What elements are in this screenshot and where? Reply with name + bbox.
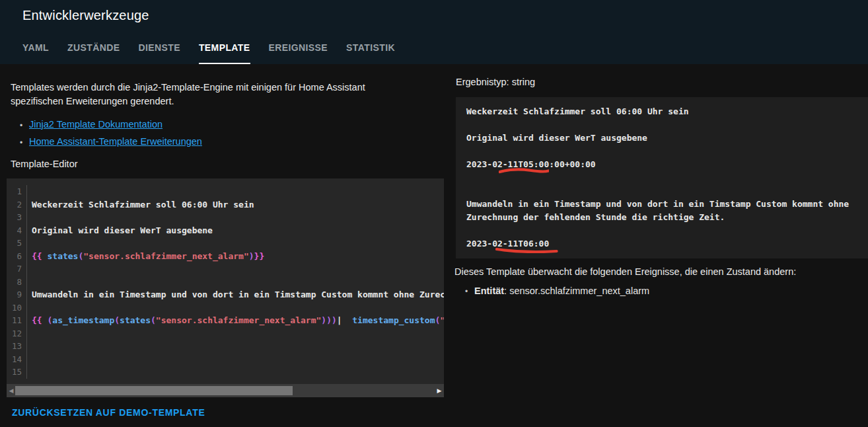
line-number: 8 [7, 276, 27, 289]
code-text [27, 353, 444, 366]
line-number: 14 [7, 353, 27, 366]
code-text [27, 185, 444, 198]
result-panel: Ergebnistyp: string Weckerzeit Schlafzim… [447, 64, 868, 418]
result-type-label: Ergebnistyp: string [456, 77, 868, 87]
red-annotation-underline [495, 247, 558, 253]
watched-events-text: Dieses Template überwacht die folgenden … [454, 266, 868, 277]
result-line: 2023-02-11T05:00:00+00:00 [466, 158, 857, 171]
line-number: 5 [7, 237, 27, 250]
code-line[interactable]: 14 [7, 353, 444, 366]
line-number: 12 [7, 327, 27, 340]
code-text: {{ (as_timestamp(states("sensor.schlafzi… [27, 314, 444, 327]
reset-demo-template-button[interactable]: ZURÜCKSETZEN AUF DEMO-TEMPLATE [12, 407, 205, 418]
code-text: {{ states("sensor.schlafzimmer_next_alar… [27, 250, 444, 263]
code-line[interactable]: 12 [7, 327, 444, 340]
main-content: Templates werden durch die Jinja2-Templa… [0, 64, 868, 418]
line-number: 15 [7, 366, 27, 379]
doc-link-item: Jinja2 Template Dokumentation [29, 118, 447, 132]
code-text [27, 366, 444, 379]
tab-dienste[interactable]: DIENSTE [138, 42, 180, 64]
line-number: 11 [7, 314, 27, 327]
code-line[interactable]: 6{{ states("sensor.schlafzimmer_next_ala… [7, 250, 444, 263]
tab-bar: YAMLZUSTÄNDEDIENSTETEMPLATEEREIGNISSESTA… [22, 42, 414, 64]
tab-ereignisse[interactable]: EREIGNISSE [269, 42, 328, 64]
line-number: 3 [7, 211, 27, 224]
template-code-editor[interactable]: 12Weckerzeit Schlafzimmer soll 06:00 Uhr… [7, 178, 444, 384]
code-text [27, 237, 444, 250]
result-blank-line [466, 145, 857, 158]
code-line[interactable]: 4Original wird dieser WerT ausgebene [7, 224, 444, 237]
template-intro-text: Templates werden durch die Jinja2-Templa… [11, 81, 417, 108]
documentation-links: Jinja2 Template DokumentationHome Assist… [29, 118, 447, 149]
watched-entity-item: Entität: sensor.schlafzimmer_next_alarm [474, 286, 868, 296]
result-line: Original wird dieser WerT ausgebene [466, 132, 857, 145]
code-line[interactable]: 11{{ (as_timestamp(states("sensor.schlaf… [7, 314, 444, 327]
tab-zustände[interactable]: ZUSTÄNDE [67, 42, 120, 64]
tab-statistik[interactable]: STATISTIK [346, 42, 395, 64]
code-line[interactable]: 15 [7, 366, 444, 379]
doc-link[interactable]: Jinja2 Template Dokumentation [29, 119, 163, 130]
entity-label: Entität [474, 286, 504, 296]
line-number: 7 [7, 262, 27, 276]
code-line[interactable]: 2Weckerzeit Schlafzimmer soll 06:00 Uhr … [7, 198, 444, 212]
watched-entities-list: Entität: sensor.schlafzimmer_next_alarm [474, 286, 868, 296]
line-number: 13 [7, 340, 27, 353]
line-number: 4 [7, 224, 27, 237]
entity-value: sensor.schlafzimmer_next_alarm [509, 286, 649, 296]
code-text: Weckerzeit Schlafzimmer soll 06:00 Uhr s… [27, 198, 444, 212]
result-line: Umwandeln in ein Timestamp und von dort … [466, 198, 857, 224]
code-text: Original wird dieser WerT ausgebene [27, 224, 444, 237]
line-number: 10 [7, 301, 27, 315]
code-text [27, 211, 444, 224]
scrollbar-thumb[interactable] [15, 386, 293, 395]
code-text [27, 276, 444, 289]
editor-horizontal-scrollbar[interactable]: ◀ ▶ [7, 384, 444, 397]
code-line[interactable]: 8 [7, 276, 444, 289]
result-blank-line [466, 224, 857, 237]
line-number: 2 [7, 198, 27, 212]
tab-template[interactable]: TEMPLATE [199, 42, 250, 64]
code-line[interactable]: 5 [7, 237, 444, 250]
entity-separator: : [504, 286, 509, 296]
code-text [27, 262, 444, 276]
code-text: Umwandeln in ein Timestamp und von dort … [27, 288, 444, 301]
code-line[interactable]: 3 [7, 211, 444, 224]
scroll-left-arrow-icon[interactable]: ◀ [7, 384, 16, 397]
code-line[interactable]: 9Umwandeln in ein Timestamp und von dort… [7, 288, 444, 301]
code-line[interactable]: 10 [7, 301, 444, 315]
result-line: 2023-02-11T06:00 [466, 237, 857, 251]
code-line[interactable]: 13 [7, 340, 444, 353]
code-line[interactable]: 7 [7, 262, 444, 276]
result-blank-line [466, 171, 857, 184]
editor-label: Template-Editor [11, 159, 447, 169]
result-blank-line [466, 184, 857, 198]
app-header: Entwicklerwerkzeuge YAMLZUSTÄNDEDIENSTET… [0, 0, 868, 64]
code-text [27, 327, 444, 340]
line-number: 1 [7, 185, 27, 198]
template-editor-panel: Templates werden durch die Jinja2-Templa… [0, 64, 447, 418]
scroll-right-arrow-icon[interactable]: ▶ [435, 384, 444, 397]
line-number: 6 [7, 250, 27, 263]
code-line[interactable]: 1 [7, 185, 444, 198]
result-output-box: Weckerzeit Schlafzimmer soll 06:00 Uhr s… [456, 97, 868, 258]
line-number: 9 [7, 288, 27, 301]
doc-link-item: Home Assistant-Template Erweiterungen [29, 135, 447, 149]
result-blank-line [466, 118, 857, 132]
tab-yaml[interactable]: YAML [22, 42, 49, 64]
page-title: Entwicklerwerkzeuge [22, 8, 868, 23]
code-text [27, 301, 444, 315]
result-line: Weckerzeit Schlafzimmer soll 06:00 Uhr s… [466, 105, 857, 118]
doc-link[interactable]: Home Assistant-Template Erweiterungen [29, 136, 202, 147]
code-text [27, 340, 444, 353]
